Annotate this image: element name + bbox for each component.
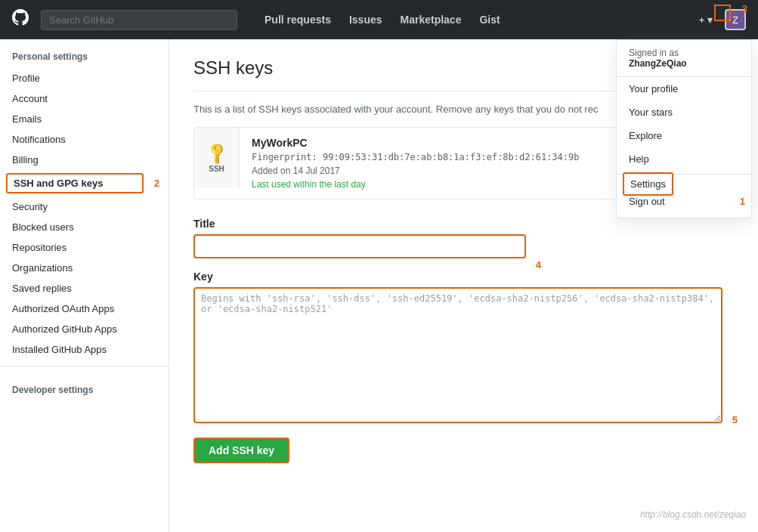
topnav: Pull requests Issues Marketplace Gist + … <box>0 0 758 39</box>
your-profile-link[interactable]: Your profile <box>617 77 751 101</box>
personal-settings-header: Personal settings <box>0 39 169 68</box>
sidebar-item-repositories[interactable]: Repositories <box>0 237 169 258</box>
key-textarea[interactable] <box>193 287 722 423</box>
signed-in-as-label: Signed in as <box>629 48 679 58</box>
sidebar-item-organizations[interactable]: Organizations <box>0 258 169 278</box>
annotation-4: 4 <box>536 259 541 271</box>
annotation-5: 5 <box>732 414 738 425</box>
sidebar-item-emails[interactable]: Emails <box>0 109 169 129</box>
annotation-2: 2 <box>154 178 159 189</box>
gist-link[interactable]: Gist <box>470 0 509 39</box>
ssh-key-name: MyWorkPC <box>252 137 580 149</box>
annotation-3-label: 3 <box>742 3 747 14</box>
sidebar-item-billing[interactable]: Billing <box>0 150 169 170</box>
ssh-key-added-date: Added on 14 Jul 2017 <box>252 165 580 176</box>
topnav-right: + ▾ Z <box>693 9 746 30</box>
watermark: http://blog.csdn.net/zeqiao <box>640 509 746 520</box>
sidebar-item-profile[interactable]: Profile <box>0 68 169 88</box>
title-input[interactable] <box>193 234 526 258</box>
key-label: Key <box>193 271 734 283</box>
dropdown-header: Signed in as ZhangZeQiao <box>617 40 751 77</box>
ssh-key-details: MyWorkPC Fingerprint: 99:09:53:31:db:7e:… <box>240 128 592 199</box>
explore-link[interactable]: Explore <box>617 124 751 147</box>
sidebar-item-oauth-apps[interactable]: Authorized OAuth Apps <box>0 298 169 319</box>
dropdown-username: ZhangZeQiao <box>629 58 739 69</box>
annotation-1: 1 <box>740 196 745 207</box>
ssh-key-fingerprint: Fingerprint: 99:09:53:31:db:7e:ab:b8:1a:… <box>252 152 580 162</box>
your-stars-link[interactable]: Your stars <box>617 101 751 124</box>
sidebar-item-installed-apps[interactable]: Installed GitHub Apps <box>0 339 169 360</box>
user-dropdown-menu: Signed in as ZhangZeQiao Your profile Yo… <box>616 39 752 218</box>
pull-requests-link[interactable]: Pull requests <box>255 0 340 39</box>
title-form-group: Title 4 <box>193 218 734 258</box>
sidebar-item-blocked-users[interactable]: Blocked users <box>0 217 169 237</box>
add-ssh-key-button[interactable]: Add SSH key <box>193 438 289 463</box>
search-input[interactable] <box>41 10 237 30</box>
sidebar-item-github-apps[interactable]: Authorized GitHub Apps <box>0 319 169 339</box>
key-icon: 🔑 <box>203 139 230 165</box>
ssh-key-last-used: Last used within the last day <box>252 179 580 190</box>
sidebar-item-ssh-keys[interactable]: SSH and GPG keys <box>6 173 144 193</box>
developer-settings-header: Developer settings <box>0 373 169 401</box>
ssh-badge: SSH <box>209 165 224 173</box>
sidebar-item-security[interactable]: Security <box>0 196 169 217</box>
sign-out-link[interactable]: Sign out <box>623 191 735 212</box>
sidebar-item-account[interactable]: Account <box>0 88 169 109</box>
topnav-links: Pull requests Issues Marketplace Gist <box>255 0 509 39</box>
new-repo-button[interactable]: + ▾ <box>693 11 719 29</box>
key-form-group: Key 5 <box>193 271 734 425</box>
sidebar-divider <box>0 366 169 367</box>
issues-link[interactable]: Issues <box>340 0 391 39</box>
sidebar-item-notifications[interactable]: Notifications <box>0 129 169 150</box>
marketplace-link[interactable]: Marketplace <box>391 0 471 39</box>
help-link[interactable]: Help <box>617 147 751 171</box>
sidebar: Personal settings Profile Account Emails… <box>0 39 169 532</box>
github-logo-icon[interactable] <box>12 9 29 30</box>
title-label: Title <box>193 218 734 230</box>
sidebar-item-saved-replies[interactable]: Saved replies <box>0 278 169 298</box>
ssh-key-icon: 🔑 SSH <box>194 128 240 188</box>
